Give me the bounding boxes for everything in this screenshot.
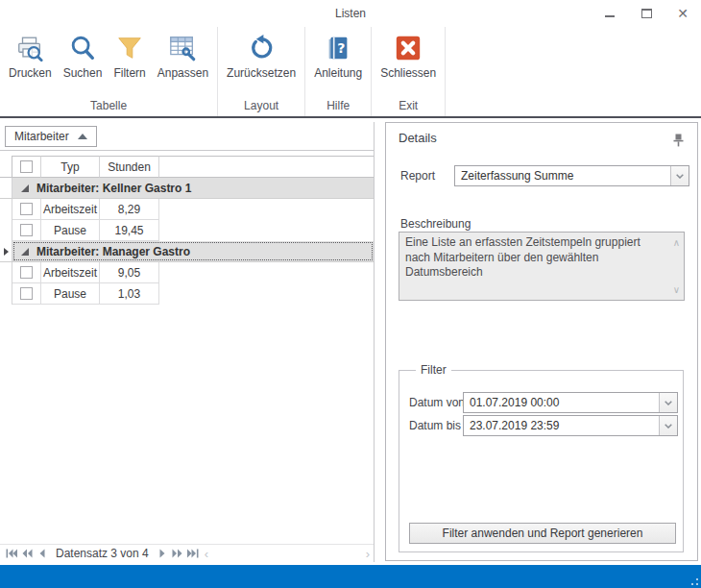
next-record-icon <box>159 549 165 558</box>
ribbon-group-label-exit: Exit <box>375 98 442 116</box>
next-record-button[interactable] <box>155 547 170 561</box>
printer-search-icon <box>14 33 45 63</box>
resize-grip-icon[interactable] <box>689 576 698 585</box>
column-header-stunden[interactable]: Stunden <box>100 156 159 178</box>
row-checkbox[interactable] <box>20 203 33 215</box>
row-select-cell[interactable] <box>12 262 41 283</box>
maximize-button[interactable] <box>636 4 657 23</box>
close-button[interactable]: ✕ <box>672 4 693 23</box>
next-page-button[interactable] <box>170 547 185 561</box>
status-bar <box>0 565 701 588</box>
titlebar: Listen ✕ <box>0 0 701 27</box>
ribbon-group-layout: Zurücksetzen Layout <box>218 27 305 116</box>
minimize-icon <box>605 15 615 17</box>
table-row[interactable]: Arbeitszeit 8,29 <box>0 199 374 220</box>
window-title: Listen <box>0 7 701 20</box>
scroll-down-icon[interactable]: ∨ <box>673 283 680 296</box>
details-panel-title: Details <box>399 131 437 145</box>
table-row[interactable]: Arbeitszeit 9,05 <box>0 262 374 283</box>
row-checkbox[interactable] <box>20 224 33 236</box>
pin-panel-button[interactable] <box>670 133 686 148</box>
row-indicator <box>0 262 12 283</box>
cell-typ: Pause <box>41 220 100 241</box>
row-checkbox[interactable] <box>20 266 33 279</box>
collapse-group-icon[interactable] <box>21 184 29 192</box>
sort-ascending-icon <box>78 134 87 139</box>
filter-funnel-icon <box>114 33 145 63</box>
chevron-down-icon <box>665 401 672 405</box>
group-row-label: Mitarbeiter: Kellner Gastro 1 <box>36 182 191 195</box>
maximize-icon <box>641 9 652 18</box>
table-row[interactable]: Pause 1,03 <box>0 283 374 305</box>
datum-von-dropdown-button[interactable] <box>659 393 677 412</box>
prev-record-button[interactable] <box>35 547 50 561</box>
datum-von-value: 01.07.2019 00:00 <box>464 396 659 409</box>
minimize-button[interactable] <box>599 4 620 23</box>
pin-icon <box>673 134 684 147</box>
report-selected-value: Zeiterfassung Summe <box>455 169 670 183</box>
current-row-indicator <box>0 241 12 261</box>
row-indicator <box>0 199 12 220</box>
group-by-panel: Mitarbeiter <box>0 122 374 151</box>
svg-text:?: ? <box>337 40 345 56</box>
chevron-down-icon <box>665 424 672 429</box>
row-select-cell[interactable] <box>12 199 41 220</box>
anleitung-button[interactable]: ? Anleitung <box>308 30 368 82</box>
cell-stunden: 1,03 <box>100 283 159 305</box>
record-navigator: Datensatz 3 von 4 ‹ › <box>0 544 374 562</box>
grid-panel: Mitarbeiter Typ Stunden Mitarbeiter: Kel… <box>0 122 375 562</box>
drucken-button[interactable]: Drucken <box>3 30 58 82</box>
column-header-typ[interactable]: Typ <box>41 156 100 178</box>
select-all-header[interactable] <box>12 156 41 178</box>
cell-stunden: 19,45 <box>100 220 159 241</box>
zuruecksetzen-label: Zurücksetzen <box>227 66 296 80</box>
group-by-mitarbeiter-button[interactable]: Mitarbeiter <box>5 126 97 147</box>
cell-stunden: 9,05 <box>100 262 159 283</box>
report-dropdown-button[interactable] <box>670 166 689 185</box>
datum-von-label: Datum von <box>409 396 465 409</box>
collapse-group-icon[interactable] <box>21 248 29 256</box>
zuruecksetzen-button[interactable]: Zurücksetzen <box>221 30 302 82</box>
row-select-cell[interactable] <box>12 283 41 305</box>
beschreibung-textbox[interactable]: Eine Liste an erfassten Zeitstempeln gru… <box>399 232 685 301</box>
first-record-button[interactable] <box>4 547 19 561</box>
suchen-label: Suchen <box>63 66 103 80</box>
group-row-kellner[interactable]: Mitarbeiter: Kellner Gastro 1 <box>0 178 374 199</box>
filtern-button[interactable]: Filtern <box>108 30 151 82</box>
schliessen-button[interactable]: Schliessen <box>375 30 442 82</box>
record-count-label: Datensatz 3 von 4 <box>56 547 149 560</box>
close-icon: ✕ <box>677 6 689 21</box>
anleitung-label: Anleitung <box>314 66 362 80</box>
datum-bis-dropdown-button[interactable] <box>659 416 677 435</box>
row-indicator <box>0 220 12 241</box>
close-x-icon <box>393 33 423 63</box>
content-area: Mitarbeiter Typ Stunden Mitarbeiter: Kel… <box>0 118 701 565</box>
suchen-button[interactable]: Suchen <box>58 30 109 82</box>
anpassen-label: Anpassen <box>157 66 208 80</box>
table-wrench-icon <box>167 33 198 63</box>
select-all-checkbox[interactable] <box>20 160 33 173</box>
row-checkbox[interactable] <box>20 287 33 300</box>
report-select[interactable]: Zeiterfassung Summe <box>454 165 689 186</box>
filter-groupbox: Filter Datum von 01.07.2019 00:00 Datum … <box>399 370 684 552</box>
drucken-label: Drucken <box>9 66 52 80</box>
anpassen-button[interactable]: Anpassen <box>152 30 214 82</box>
datum-bis-input[interactable]: 23.07.2019 23:59 <box>463 415 678 436</box>
scroll-up-icon[interactable]: ∧ <box>673 236 680 249</box>
table-row[interactable]: Pause 19,45 <box>0 220 374 241</box>
group-row-manager-focused[interactable]: Mitarbeiter: Manager Gastro <box>0 241 374 262</box>
row-select-cell[interactable] <box>12 220 41 241</box>
row-indicator-header <box>0 156 12 178</box>
horizontal-scrollbar[interactable]: ‹ › <box>201 547 374 561</box>
last-record-button[interactable] <box>185 547 201 561</box>
datum-von-input[interactable]: 01.07.2019 00:00 <box>463 392 678 413</box>
apply-filter-button[interactable]: Filter anwenden und Report generieren <box>409 523 676 544</box>
scroll-left-icon[interactable]: ‹ <box>205 547 208 561</box>
prev-page-button[interactable] <box>19 547 35 561</box>
group-by-label: Mitarbeiter <box>14 130 69 143</box>
prev-page-icon <box>22 549 33 558</box>
manual-book-icon: ? <box>323 33 353 63</box>
column-header-filler <box>159 156 374 178</box>
scroll-right-icon[interactable]: › <box>366 547 370 561</box>
cell-typ: Arbeitszeit <box>41 262 100 283</box>
